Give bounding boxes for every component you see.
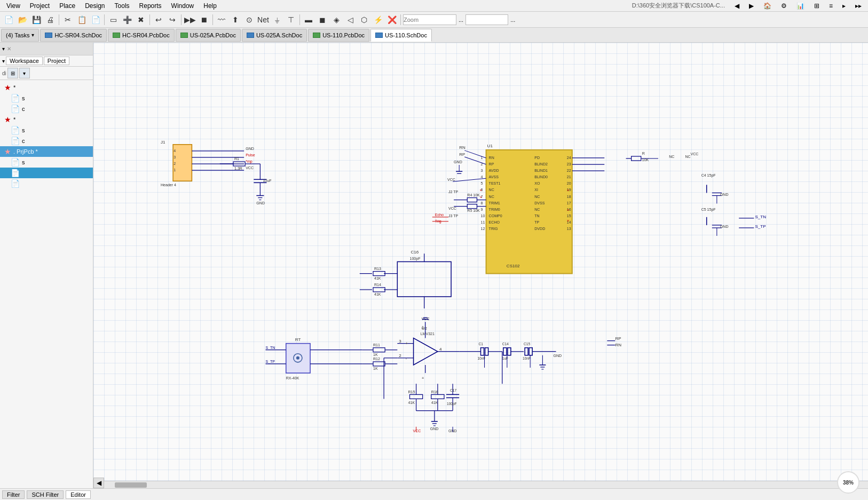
tab-tasks[interactable]: (4) Tasks ▾ xyxy=(1,29,39,42)
panel-view-btn2[interactable]: ▾ xyxy=(19,68,30,78)
nav-extra2[interactable]: ⊞ xyxy=(810,1,824,11)
menu-help[interactable]: Help xyxy=(199,1,221,11)
panel-dropdown-arrow[interactable]: ▾ xyxy=(2,58,5,64)
bottom-tab-editor[interactable]: Editor xyxy=(66,490,91,499)
bottom-tab-sch-filter[interactable]: SCH Filter xyxy=(27,490,64,499)
svg-text:ECHO: ECHO xyxy=(489,220,500,224)
tool-rect[interactable]: ▭ xyxy=(107,13,120,26)
panel-close[interactable]: ✕ xyxy=(7,46,11,52)
tree-item-1[interactable]: 📄 s xyxy=(0,93,93,104)
menu-reports[interactable]: Reports xyxy=(135,1,166,11)
tree-item-2[interactable]: 📄 c xyxy=(0,104,93,114)
tree-item-5[interactable]: 📄 c xyxy=(0,136,93,146)
nav-home[interactable]: 🏠 xyxy=(759,1,776,11)
tool-save[interactable]: 💾 xyxy=(30,13,43,26)
tool-net[interactable]: Net xyxy=(257,13,270,26)
tool-gnd[interactable]: ⏚ xyxy=(271,13,283,26)
tree-icon-2: 📄 xyxy=(11,105,20,113)
tool-delete[interactable]: ❌ xyxy=(385,13,398,26)
svg-text:41K: 41K xyxy=(408,401,415,404)
workspace-btn[interactable]: Workspace xyxy=(6,57,43,65)
svg-rect-29 xyxy=(486,150,572,274)
tool-undo[interactable]: ↩ xyxy=(152,13,165,26)
tool-new[interactable]: 📄 xyxy=(2,13,15,26)
nav-back[interactable]: ◀ xyxy=(730,1,744,11)
nav-more[interactable]: ▸ xyxy=(838,1,850,11)
tool-paste[interactable]: 📄 xyxy=(89,13,102,26)
svg-text:S_TP: S_TP xyxy=(265,360,275,364)
svg-text:4: 4 xyxy=(439,347,442,352)
zoom-input[interactable] xyxy=(403,14,456,25)
project-btn[interactable]: Project xyxy=(44,57,69,65)
svg-text:XI: XI xyxy=(534,188,538,192)
svg-point-166 xyxy=(296,356,299,360)
tool-cut[interactable]: ✂ xyxy=(61,13,74,26)
menu-place[interactable]: Place xyxy=(55,1,80,11)
h-scrollbar-thumb[interactable] xyxy=(115,482,147,488)
tool-comp[interactable]: ▬ xyxy=(302,13,315,26)
tool-junction[interactable]: ⊙ xyxy=(243,13,256,26)
tree-item-6[interactable]: 📄 s xyxy=(0,157,93,168)
svg-text:+: + xyxy=(422,376,424,380)
tool-bus[interactable]: ⬆ xyxy=(229,13,242,26)
bottom-tab-filter[interactable]: Filter xyxy=(2,490,25,499)
svg-text:VCC: VCC xyxy=(413,429,421,433)
tool-wire[interactable]: 〰 xyxy=(215,13,228,26)
tool-plus[interactable]: ➕ xyxy=(121,13,133,26)
tab-hcsr04-sch[interactable]: HC-SR04.SchDoc xyxy=(40,29,107,42)
toolbar-dots-2: ... xyxy=(510,17,515,23)
svg-text:J2 TP: J2 TP xyxy=(448,190,459,194)
tab-us025a-pcb[interactable]: US-025A.PcbDoc xyxy=(176,29,241,42)
nav-options[interactable]: ⚙ xyxy=(777,1,791,11)
svg-rect-175 xyxy=(373,348,385,352)
menu-window[interactable]: Window xyxy=(167,1,199,11)
scroll-left[interactable]: ◀ xyxy=(93,478,104,488)
menu-view[interactable]: View xyxy=(2,1,25,11)
nav-extra3[interactable]: ≡ xyxy=(825,1,837,11)
tree-item-3[interactable]: ★ * xyxy=(0,114,93,125)
tool-port[interactable]: ◁ xyxy=(344,13,357,26)
nav-forward[interactable]: ▶ xyxy=(745,1,758,11)
tab-label-1: HC-SR04.PcbDoc xyxy=(122,32,170,38)
nav-more2[interactable]: ▸▸ xyxy=(851,1,866,11)
tool-redo[interactable]: ↪ xyxy=(166,13,179,26)
tree-item-7[interactable]: 📄 xyxy=(0,178,93,189)
menu-project[interactable]: Project xyxy=(26,1,54,11)
tree-icon-3: ★ xyxy=(4,115,11,124)
h-scrollbar[interactable] xyxy=(104,481,868,488)
tab-hcsr04-pcb[interactable]: HC-SR04.PcbDoc xyxy=(108,29,175,42)
tool-run[interactable]: ▶▶ xyxy=(184,13,196,26)
tree-item-0[interactable]: ★ * xyxy=(0,82,93,93)
filter-input[interactable] xyxy=(465,14,508,25)
panel-arrow[interactable]: ▾ xyxy=(2,46,5,52)
svg-text:17: 17 xyxy=(567,201,571,205)
tree-item-selected[interactable]: 📄 xyxy=(0,168,93,178)
panel-view-btn1[interactable]: ⊞ xyxy=(7,68,18,78)
canvas-area[interactable]: ◀ J1 4 3 2 1 GND Pulse *mp xyxy=(93,43,868,488)
tool-stop[interactable]: ⏹ xyxy=(198,13,210,26)
svg-text:1K: 1K xyxy=(373,367,378,370)
tab-us110-pcb[interactable]: US-110.PcbDoc xyxy=(308,29,369,42)
tool-symbol[interactable]: ◈ xyxy=(330,13,343,26)
tool-open[interactable]: 📂 xyxy=(16,13,29,26)
svg-rect-103 xyxy=(467,204,477,209)
tool-sheet[interactable]: ⬡ xyxy=(358,13,370,26)
tab-us110-sch[interactable]: US-110.SchDoc xyxy=(370,29,432,42)
menu-tools[interactable]: Tools xyxy=(111,1,134,11)
nav-extra1[interactable]: 📊 xyxy=(792,1,809,11)
menu-design[interactable]: Design xyxy=(81,1,109,11)
tool-print[interactable]: 🖨 xyxy=(44,13,57,26)
tool-power[interactable]: ⚡ xyxy=(372,13,384,26)
tool-place[interactable]: ◼ xyxy=(316,13,329,26)
svg-rect-189 xyxy=(481,348,484,355)
tab-us025a-sch[interactable]: US-025A.SchDoc xyxy=(242,29,307,42)
svg-text:R: R xyxy=(642,152,645,155)
tree-item-prjpcb[interactable]: ★ . PrjPcb * xyxy=(0,146,93,157)
tool-cross[interactable]: ✖ xyxy=(135,13,147,26)
separator-2 xyxy=(104,14,105,25)
tree-item-4[interactable]: 📄 s xyxy=(0,125,93,136)
svg-rect-217 xyxy=(409,394,422,399)
tool-vcc[interactable]: ⊤ xyxy=(285,13,297,26)
tree-icon-7: 📄 xyxy=(11,179,20,188)
tool-copy[interactable]: 📋 xyxy=(75,13,88,26)
